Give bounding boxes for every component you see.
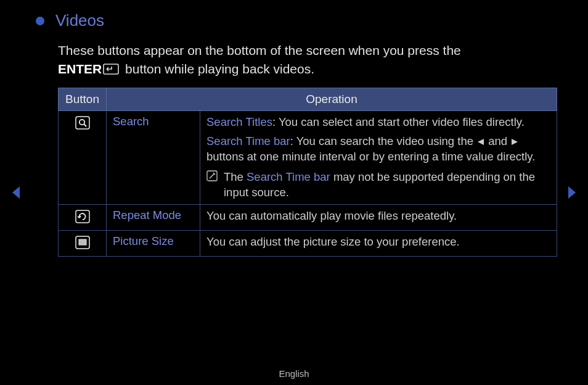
enter-icon xyxy=(103,61,119,80)
repeat-icon xyxy=(59,204,107,230)
page-title: Videos xyxy=(55,11,104,30)
intro-line1: These buttons appear on the bottom of th… xyxy=(58,43,461,57)
footer-language: English xyxy=(0,368,588,379)
intro-text: These buttons appear on the bottom of th… xyxy=(58,41,557,80)
operation-cell: You can automatically play movie files r… xyxy=(200,204,557,230)
nav-next-button[interactable] xyxy=(566,185,578,202)
search-icon xyxy=(59,110,107,204)
operation-cell: Search Titles: You can select and start … xyxy=(200,110,557,204)
table-row: SearchSearch Titles: You can select and … xyxy=(59,110,557,204)
col-header-operation: Operation xyxy=(107,88,557,110)
button-name: Repeat Mode xyxy=(107,204,200,230)
svg-line-5 xyxy=(210,173,214,178)
title-row: Videos xyxy=(36,11,557,30)
button-name: Picture Size xyxy=(107,230,200,256)
operation-cell: You can adjust the picture size to your … xyxy=(200,230,557,256)
note-icon xyxy=(206,170,218,201)
table-row: Repeat ModeYou can automatically play mo… xyxy=(59,204,557,230)
button-name: Search xyxy=(107,110,200,204)
operations-table: Button Operation SearchSearch Titles: Yo… xyxy=(58,88,557,257)
svg-rect-1 xyxy=(76,117,89,129)
intro-line2: button while playing back videos. xyxy=(121,62,314,76)
bullet-icon xyxy=(36,17,44,25)
table-row: Picture SizeYou can adjust the picture s… xyxy=(59,230,557,256)
enter-label: ENTER xyxy=(58,62,102,76)
picsize-icon xyxy=(59,230,107,256)
svg-rect-8 xyxy=(79,239,86,245)
nav-prev-button[interactable] xyxy=(10,185,22,202)
operations-table-wrap: Button Operation SearchSearch Titles: Yo… xyxy=(58,88,557,257)
col-header-button: Button xyxy=(59,88,107,110)
